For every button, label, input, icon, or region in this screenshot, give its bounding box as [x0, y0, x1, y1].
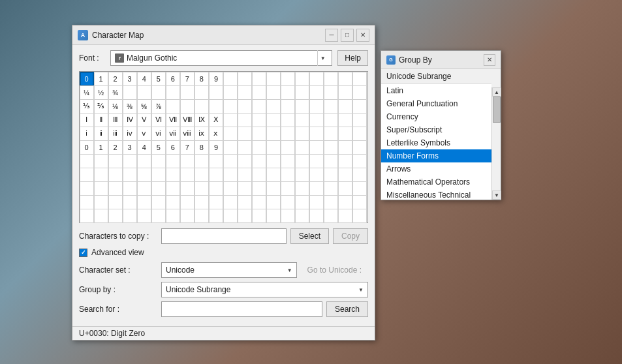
- char-cell[interactable]: 1: [94, 140, 108, 155]
- char-cell[interactable]: 3: [123, 140, 137, 155]
- char-cell: [238, 127, 252, 141]
- char-cell[interactable]: 3: [123, 72, 137, 86]
- char-cell: [266, 181, 281, 196]
- char-cell[interactable]: ⅰ: [80, 127, 94, 141]
- char-cell[interactable]: Ⅲ: [108, 113, 123, 127]
- char-cell[interactable]: Ⅶ: [166, 113, 180, 127]
- char-cell: [180, 181, 194, 196]
- char-cell: [338, 99, 352, 114]
- char-cell[interactable]: 2: [108, 140, 123, 155]
- char-cell[interactable]: ⅷ: [180, 127, 194, 141]
- char-cell[interactable]: 6: [166, 72, 180, 86]
- char-cell[interactable]: ⅔: [94, 99, 108, 114]
- char-cell[interactable]: 4: [137, 72, 151, 86]
- char-cell[interactable]: 2: [108, 72, 123, 86]
- char-cell[interactable]: Ⅴ: [137, 113, 151, 127]
- char-cell[interactable]: ⅶ: [166, 127, 180, 141]
- popup-list-item[interactable]: Super/Subscript: [381, 123, 491, 136]
- char-cell[interactable]: 8: [194, 72, 209, 86]
- popup-list-item[interactable]: Letterlike Symbols: [381, 136, 491, 149]
- char-cell: [223, 85, 238, 100]
- search-button[interactable]: Search: [326, 301, 368, 317]
- char-cell[interactable]: Ⅸ: [194, 113, 209, 127]
- group-by-label: Group by :: [79, 285, 157, 294]
- popup-close-button[interactable]: ✕: [484, 54, 495, 66]
- char-cell[interactable]: 1: [94, 72, 108, 86]
- char-cell: [266, 140, 281, 155]
- char-cell: [252, 113, 266, 127]
- char-cell[interactable]: 0: [80, 140, 94, 155]
- char-cell: [238, 85, 252, 100]
- char-cell[interactable]: Ⅵ: [151, 113, 166, 127]
- char-cell[interactable]: 6: [166, 140, 180, 155]
- character-set-value: Unicode: [166, 265, 194, 275]
- char-cell[interactable]: ⅝: [137, 99, 151, 114]
- popup-list-item[interactable]: Miscellaneous Technical: [381, 189, 491, 200]
- char-cell[interactable]: ½: [94, 85, 108, 100]
- popup-list-item[interactable]: General Punctuation: [381, 97, 491, 110]
- char-cell[interactable]: ¼: [80, 85, 94, 100]
- font-dropdown[interactable]: f Malgun Gothic ▼: [110, 50, 332, 66]
- popup-list-item[interactable]: Currency: [381, 110, 491, 123]
- char-cell[interactable]: 8: [194, 140, 209, 155]
- char-cell: [324, 72, 338, 86]
- close-button[interactable]: ✕: [356, 29, 369, 42]
- char-cell[interactable]: ⅵ: [151, 127, 166, 141]
- font-name: Malgun Gothic: [127, 53, 177, 63]
- char-cell[interactable]: ⅞: [151, 99, 166, 114]
- search-for-row: Search for : Search: [79, 301, 368, 317]
- char-cell[interactable]: ⅱ: [94, 127, 108, 141]
- char-cell[interactable]: Ⅳ: [123, 113, 137, 127]
- char-cell[interactable]: 4: [137, 140, 151, 155]
- character-map-window: A Character Map ─ □ ✕ Font : f Malgun Go…: [72, 25, 375, 341]
- char-cell[interactable]: 0: [80, 72, 94, 86]
- chars-to-copy-input[interactable]: [161, 228, 287, 244]
- char-cell[interactable]: ⅓: [80, 99, 94, 114]
- char-cell[interactable]: ⅲ: [108, 127, 123, 141]
- char-cell[interactable]: ⅸ: [194, 127, 209, 141]
- character-set-dropdown[interactable]: Unicode ▼: [161, 262, 297, 278]
- char-cell[interactable]: Ⅱ: [94, 113, 108, 127]
- help-button[interactable]: Help: [337, 50, 368, 66]
- character-set-row: Character set : Unicode ▼ Go to Unicode …: [79, 262, 368, 278]
- char-cell[interactable]: 5: [151, 140, 166, 155]
- advanced-view-checkbox[interactable]: ✓: [79, 249, 87, 257]
- char-cell: [94, 154, 108, 168]
- search-input[interactable]: [161, 301, 322, 317]
- char-cell[interactable]: 9: [209, 140, 223, 155]
- minimize-button[interactable]: ─: [325, 29, 338, 42]
- char-cell[interactable]: ⅛: [108, 99, 123, 114]
- scrollbar-thumb[interactable]: [493, 97, 501, 123]
- popup-list-item[interactable]: Arrows: [381, 162, 491, 175]
- char-cell[interactable]: 7: [180, 140, 194, 155]
- char-cell: [338, 168, 352, 182]
- popup-list-item[interactable]: Mathematical Operators: [381, 175, 491, 189]
- char-cell[interactable]: ⅹ: [209, 127, 223, 141]
- group-by-dropdown[interactable]: Unicode Subrange ▼: [161, 282, 368, 297]
- char-cell[interactable]: Ⅹ: [209, 113, 223, 127]
- char-cell: [338, 85, 352, 100]
- select-button[interactable]: Select: [290, 228, 329, 244]
- char-cell[interactable]: Ⅰ: [80, 113, 94, 127]
- char-cell[interactable]: ⅳ: [123, 127, 137, 141]
- scrollbar-down-icon[interactable]: ▼: [492, 190, 501, 200]
- char-cell[interactable]: ¾: [108, 85, 123, 100]
- popup-title: Group By: [399, 55, 432, 65]
- popup-list-item[interactable]: Latin: [381, 84, 491, 97]
- char-cell: [194, 168, 209, 182]
- popup-list-item[interactable]: Number Forms: [381, 149, 491, 162]
- char-cell: [324, 154, 338, 168]
- char-cell[interactable]: 7: [180, 72, 194, 86]
- scrollbar-up-icon[interactable]: ▲: [492, 87, 501, 97]
- char-cell[interactable]: 5: [151, 72, 166, 86]
- char-cell[interactable]: ⅜: [123, 99, 137, 114]
- char-cell[interactable]: Ⅷ: [180, 113, 194, 127]
- char-cell: [180, 99, 194, 114]
- char-cell[interactable]: ⅴ: [137, 127, 151, 141]
- copy-button[interactable]: Copy: [333, 228, 368, 244]
- char-cell: [238, 72, 252, 86]
- char-cell[interactable]: 9: [209, 72, 223, 86]
- char-cell: [281, 209, 295, 223]
- maximize-button[interactable]: □: [341, 29, 354, 42]
- char-cell: [194, 85, 209, 100]
